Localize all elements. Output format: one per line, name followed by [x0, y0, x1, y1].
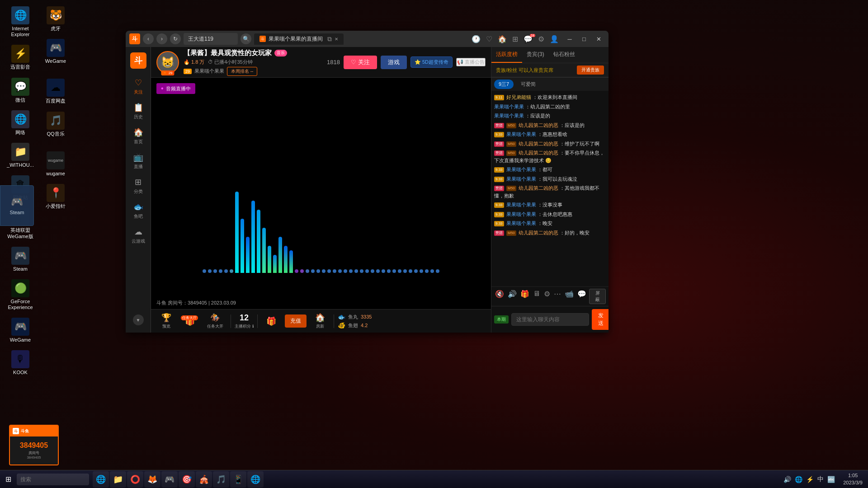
- tab-activity[interactable]: 活跃度榜: [491, 47, 522, 63]
- icon-wegame[interactable]: 🎮 WeGame: [5, 316, 36, 345]
- icon-geforce[interactable]: 🟢 GeForceExperience: [5, 277, 36, 312]
- chat-emote-row: 🔇 🔊 🎁 🖥 ⚙ ⋯ 📹 💬 屏蔽: [491, 286, 609, 306]
- chat-tab-active[interactable]: 9三7: [494, 80, 514, 89]
- tray-icon-1[interactable]: 🔊: [783, 475, 792, 484]
- taskbar-app-browser[interactable]: 🌐: [93, 471, 109, 488]
- tray-icon-5[interactable]: 🔤: [826, 475, 836, 484]
- username: 果果嗤个果果: [494, 104, 524, 109]
- window-controls: ─ □ ✕: [563, 33, 605, 44]
- icon-steam[interactable]: 🎮 Steam: [5, 245, 36, 274]
- open-seat-button[interactable]: 开通贵族: [577, 66, 604, 75]
- barrage-icon[interactable]: 💬: [576, 289, 587, 304]
- icon-without[interactable]: 📁 _WITHOU...: [5, 141, 36, 170]
- gift-button[interactable]: 🎁 任务大厅: [180, 314, 200, 328]
- gift2-button[interactable]: 🎁: [261, 314, 281, 328]
- taskbar-search[interactable]: [17, 474, 89, 485]
- tray-icon-2[interactable]: 🌐: [794, 475, 803, 484]
- address-bar[interactable]: 王大道119: [184, 33, 238, 45]
- sidebar-logo[interactable]: 斗: [128, 51, 148, 70]
- sidebar-item-category[interactable]: ⊞ 分类: [126, 174, 151, 198]
- tray-icon-4[interactable]: 中: [816, 474, 825, 484]
- taskbar-app-folder[interactable]: 📁: [110, 471, 126, 488]
- refresh-button[interactable]: ↻: [170, 33, 181, 44]
- icon-label-qqmusic: QQ音乐: [47, 131, 64, 137]
- horse-button[interactable]: 🏇 任务大开: [203, 311, 227, 331]
- more-icon[interactable]: ⋯: [553, 289, 562, 304]
- icon-label-wegame2: WeGame: [45, 58, 66, 64]
- preview-button[interactable]: 🏆 预览: [156, 311, 176, 331]
- chat-input[interactable]: [511, 313, 589, 326]
- icon-huya[interactable]: 🐯 虎牙: [40, 5, 71, 33]
- fresh-button[interactable]: 🏠 房新: [310, 311, 330, 331]
- back-button[interactable]: ‹: [143, 33, 154, 44]
- screen-block-button[interactable]: 屏蔽: [589, 289, 606, 304]
- icon-xiaomi[interactable]: 📍 小爱指针: [40, 182, 71, 211]
- chat-area[interactable]: 9.11 好兄弟能猫 ：欢迎来到本直播间 果果嗤个果果 ：幼儿园第二凶的里 果果…: [491, 91, 609, 286]
- notification-icon[interactable]: 💬 24: [522, 35, 534, 43]
- icon-wegame3[interactable]: wugame wugame: [40, 150, 71, 178]
- speaker-icon[interactable]: 🔊: [507, 289, 518, 304]
- sidebar-label-fishpond: 鱼吧: [134, 213, 143, 220]
- message-content: ：欢迎来到本直播间: [533, 94, 577, 100]
- sidebar-collapse-button[interactable]: ▼: [133, 314, 144, 325]
- icon-internet-explorer[interactable]: 🌐 Internet Explorer: [5, 5, 36, 39]
- taskbar-app-chrome[interactable]: ⭕: [127, 471, 143, 488]
- settings2-icon[interactable]: ⚙: [543, 289, 551, 304]
- 5d-logo[interactable]: ⭐ 5D超变传奇: [410, 56, 453, 68]
- settings-icon[interactable]: ⚙: [536, 33, 546, 45]
- tray-icon-3[interactable]: ⚡: [805, 475, 815, 484]
- icon-xunlei[interactable]: ⚡ 迅雷影音: [5, 43, 36, 72]
- charge-button[interactable]: 充值: [285, 314, 307, 328]
- mute-icon[interactable]: 🔇: [494, 289, 505, 304]
- icon-baidu-disk[interactable]: ☁ 百度网盘: [40, 77, 71, 106]
- thumbnail-room-number: 3849405: [20, 441, 48, 450]
- tab-close-button[interactable]: ✕: [335, 37, 338, 42]
- taskbar-app-net[interactable]: 🌐: [247, 471, 264, 488]
- taskbar-app-music[interactable]: 🎵: [213, 471, 229, 488]
- follow-button[interactable]: ♡ 关注: [344, 56, 377, 69]
- send-button[interactable]: 发送: [592, 309, 609, 330]
- taskbar-app-steam[interactable]: 🎯: [179, 471, 195, 488]
- avatar-icon[interactable]: 👤: [548, 33, 561, 45]
- taskbar-app-phone[interactable]: 📱: [230, 471, 246, 488]
- chat-tab-cute[interactable]: 可爱简: [516, 80, 540, 89]
- game-button[interactable]: 游戏: [381, 56, 407, 69]
- forward-button[interactable]: ›: [156, 33, 167, 44]
- taskbar-app-firefox[interactable]: 🦊: [144, 471, 160, 488]
- broadcast-button[interactable]: 📢 直播公告: [456, 58, 486, 66]
- icon-qq-music[interactable]: 🎵 QQ音乐: [40, 110, 71, 139]
- douyu-thumbnail[interactable]: 斗 斗鱼 3849405 房间号 3849405: [9, 425, 59, 465]
- video-icon[interactable]: 📹: [564, 289, 575, 304]
- clock-icon[interactable]: 🕐: [470, 33, 482, 45]
- taskbar-app-gift[interactable]: 🎪: [196, 471, 212, 488]
- search-button[interactable]: 🔍: [241, 33, 251, 44]
- bookmark-icon[interactable]: 🏠: [496, 33, 509, 45]
- username: 果果嗤个果果: [494, 113, 524, 118]
- gift3-icon[interactable]: 🎁: [519, 289, 530, 304]
- icon-wegame2[interactable]: 🎮 WeGame: [40, 37, 71, 66]
- icon-wechat[interactable]: 💬 微信: [5, 76, 36, 105]
- sidebar-item-fishpond[interactable]: 🐟 鱼吧: [126, 198, 151, 223]
- active-tab[interactable]: 斗 果果嗤个果果的直播间 ⧉ ✕: [254, 33, 344, 45]
- vis-dot: [230, 269, 233, 273]
- sidebar-item-live[interactable]: 📺 直播: [126, 149, 151, 174]
- screen-icon[interactable]: 🖥: [532, 289, 541, 304]
- sidebar-item-follow[interactable]: ♡ 关注: [126, 74, 151, 99]
- taskbar-app-game1[interactable]: 🎮: [161, 471, 178, 488]
- sidebar-item-history[interactable]: 📋 历史: [126, 99, 151, 124]
- minimize-button[interactable]: ─: [563, 33, 576, 44]
- gift-badge: 任务大厅: [181, 315, 198, 320]
- apps-icon[interactable]: ⊞: [510, 33, 520, 45]
- steam-overlay[interactable]: 🎮 Steam: [0, 185, 34, 226]
- sidebar-item-home[interactable]: 🏠 首页: [126, 124, 151, 149]
- weekly-rank-button[interactable]: 本周排名 --: [227, 67, 257, 76]
- sidebar-item-cloudgame[interactable]: ☁ 云游戏: [126, 223, 151, 248]
- icon-network[interactable]: 🌐 网络: [5, 108, 36, 137]
- close-button[interactable]: ✕: [592, 33, 605, 44]
- tab-diamond[interactable]: 钻石粉丝: [549, 47, 580, 63]
- maximize-button[interactable]: □: [578, 33, 590, 44]
- tab-vip[interactable]: 贵宾(3): [522, 47, 549, 63]
- start-button[interactable]: ⊞: [2, 473, 15, 485]
- heart-icon[interactable]: ♡: [484, 33, 494, 45]
- icon-kook[interactable]: 🎙 KOOK: [5, 348, 36, 377]
